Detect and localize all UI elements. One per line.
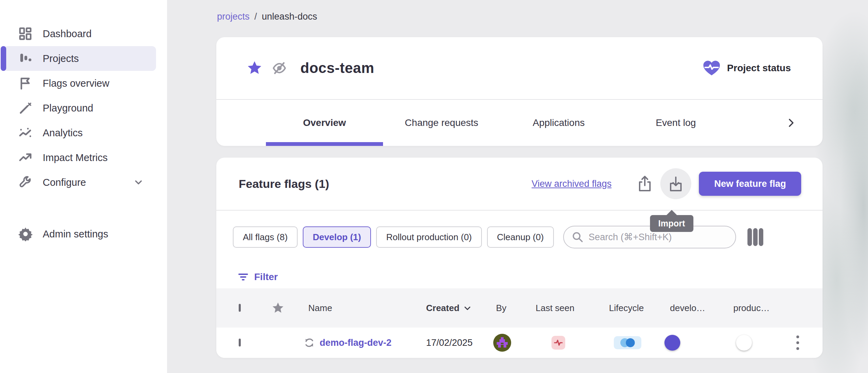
column-header-production[interactable]: produc… <box>733 303 770 313</box>
sidebar-item-impact-metrics[interactable]: Impact Metrics <box>0 145 167 170</box>
wand-icon <box>18 100 33 116</box>
row-actions-kebab-menu[interactable] <box>794 333 801 352</box>
sidebar-item-playground[interactable]: Playground <box>0 96 167 120</box>
search-input[interactable] <box>589 232 728 243</box>
sidebar-item-label: Dashboard <box>43 28 92 40</box>
sidebar-item-label: Flags overview <box>43 78 109 89</box>
import-button[interactable] <box>660 168 691 199</box>
sidebar-item-label: Projects <box>43 53 79 64</box>
chip-cleanup[interactable]: Cleanup (0) <box>487 226 554 248</box>
lifecycle-stage-badge[interactable] <box>614 336 641 349</box>
flag-filter-chips-row: All flags (8) Develop (1) Rollout produc… <box>233 226 809 248</box>
sidebar-item-flags-overview[interactable]: Flags overview <box>0 71 167 96</box>
feature-flags-card: Feature flags (1) View archived flags Ne… <box>216 158 823 358</box>
chevron-down-icon <box>133 177 144 188</box>
tooltip-text: Import <box>650 215 693 232</box>
eye-off-icon[interactable] <box>271 60 287 76</box>
selected-item-accent-bar <box>1 46 6 71</box>
column-header-name[interactable]: Name <box>308 303 332 313</box>
project-status-label: Project status <box>727 63 791 74</box>
row-checkbox[interactable] <box>239 340 241 346</box>
tab-applications[interactable]: Applications <box>500 100 617 146</box>
sidebar-item-label: Analytics <box>43 127 83 139</box>
sidebar-item-configure[interactable]: Configure <box>0 170 167 195</box>
lifecycle-sync-icon <box>303 337 316 349</box>
filter-lines-icon <box>238 271 249 283</box>
sidebar-item-analytics[interactable]: Analytics <box>0 120 167 145</box>
chip-develop[interactable]: Develop (1) <box>303 226 371 248</box>
sidebar: Dashboard Projects Flags overview Playgr… <box>0 0 167 373</box>
tab-label: Event log <box>656 117 696 128</box>
flag-name-link[interactable]: demo-flag-dev-2 <box>320 338 392 348</box>
last-seen-badge[interactable] <box>551 336 565 350</box>
sidebar-item-dashboard[interactable]: Dashboard <box>0 21 167 46</box>
sidebar-item-admin-settings[interactable]: Admin settings <box>0 222 167 246</box>
wrench-icon <box>18 175 33 190</box>
chip-rollout-production[interactable]: Rollout production (0) <box>376 226 482 248</box>
view-archived-flags-link[interactable]: View archived flags <box>531 179 611 189</box>
flags-header-actions: View archived flags New feature flag <box>531 158 801 210</box>
sidebar-item-label: Admin settings <box>43 228 108 240</box>
flags-table-header: Name Created By Last seen Lifecycle deve… <box>216 288 823 328</box>
tooltip-arrow <box>666 210 677 215</box>
tab-overview[interactable]: Overview <box>266 100 383 146</box>
sidebar-item-projects[interactable]: Projects <box>0 46 167 71</box>
column-header-by[interactable]: By <box>496 303 506 313</box>
column-header-last-seen[interactable]: Last seen <box>536 303 575 313</box>
select-all-checkbox[interactable] <box>239 305 241 311</box>
chip-label: Rollout production (0) <box>386 232 472 243</box>
tab-label: Change requests <box>405 117 478 128</box>
breadcrumb-projects-link[interactable]: projects <box>217 11 250 22</box>
creator-avatar[interactable] <box>493 334 511 352</box>
filter-label: Filter <box>254 271 278 283</box>
gear-icon <box>18 226 33 242</box>
chip-all-flags[interactable]: All flags (8) <box>233 226 298 248</box>
tab-change-requests[interactable]: Change requests <box>383 100 500 146</box>
search-box <box>563 226 736 248</box>
flag-table-row: demo-flag-dev-2 17/02/2025 <box>216 328 823 358</box>
flag-icon <box>18 76 33 91</box>
filter-button[interactable]: Filter <box>238 268 278 286</box>
tabs-overflow-chevron[interactable] <box>785 100 797 146</box>
sort-chevron-down-icon <box>463 303 472 312</box>
bar-chart-icon <box>18 51 33 66</box>
chip-label: Develop (1) <box>313 232 361 243</box>
heartbeat-pulse-icon <box>554 338 563 348</box>
flags-header-divider <box>216 210 823 211</box>
favorite-star-icon[interactable] <box>247 60 262 76</box>
trending-up-icon <box>18 150 33 165</box>
chip-label: Cleanup (0) <box>497 232 544 243</box>
column-header-develop[interactable]: develo… <box>670 303 705 313</box>
column-header-label: Created <box>426 303 459 313</box>
project-name-title: docs-team <box>300 60 374 76</box>
analytics-sparkline-icon <box>18 125 33 140</box>
column-header-created[interactable]: Created <box>426 303 472 313</box>
breadcrumb-current: unleash-docs <box>262 11 317 22</box>
breadcrumb-separator: / <box>255 11 257 22</box>
sidebar-item-label: Configure <box>43 177 86 188</box>
tab-label: Applications <box>533 117 585 128</box>
created-date: 17/02/2025 <box>426 338 473 348</box>
import-tooltip: Import <box>650 210 693 232</box>
export-button[interactable] <box>629 168 660 199</box>
breadcrumb: projects / unleash-docs <box>217 11 317 22</box>
chip-label: All flags (8) <box>243 232 288 243</box>
tab-label: Overview <box>303 117 346 128</box>
column-settings-icon[interactable] <box>746 227 764 247</box>
column-header-lifecycle[interactable]: Lifecycle <box>609 303 644 313</box>
sidebar-item-label: Playground <box>43 103 93 114</box>
tab-event-log[interactable]: Event log <box>617 100 734 146</box>
project-status-button[interactable]: Project status <box>702 37 791 99</box>
prelive-stage-icon <box>620 338 635 347</box>
project-header-card: docs-team Project status Overview Change… <box>216 37 823 146</box>
search-icon <box>571 231 584 243</box>
feature-flags-heading: Feature flags (1) <box>239 158 329 210</box>
new-feature-flag-button[interactable]: New feature flag <box>699 172 801 196</box>
sidebar-item-label: Impact Metrics <box>43 152 108 163</box>
project-tabs: Overview Change requests Applications Ev… <box>216 100 823 146</box>
dashboard-grid-icon <box>18 26 33 41</box>
heart-pulse-icon <box>702 60 721 77</box>
favorite-column-star-icon <box>271 301 285 315</box>
